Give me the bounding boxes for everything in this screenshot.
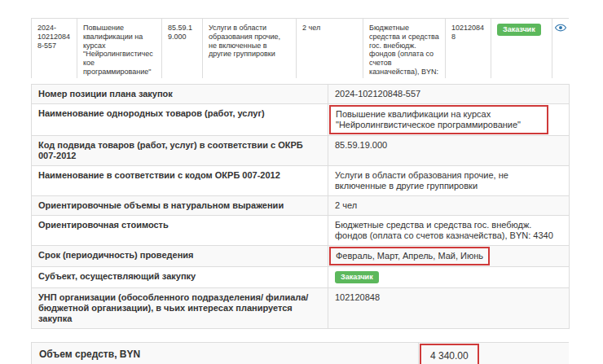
table-row: Наименование однородных товаров (работ, … [32,103,570,135]
eye-icon[interactable] [555,24,566,32]
summary-row: Объем средств, BYN 4 340.00 [32,342,570,364]
table-row: Субъект, осуществляющий закупку Заказчик [32,266,570,287]
table-row: Срок (периодичность) проведения Февраль,… [32,245,570,266]
cost-cell: Бюджетные средства и средства гос. внебю… [363,19,446,79]
detail-value: Бюджетные средства и средства гос. внебю… [328,215,570,245]
unp-cell: 102120848 [446,19,491,79]
table-row: Наименование в соответствии с кодом ОКРБ… [32,165,570,195]
funds-total-label: Объем средств, BYN [32,342,419,364]
table-row: Код подвида товаров (работ, услуг) в соо… [32,135,570,165]
detail-label: УНП организации (обособленного подраздел… [32,287,328,328]
okrb-code-cell: 85.59.19.000 [162,19,203,79]
detail-label: Наименование в соответствии с кодом ОКРБ… [32,165,328,195]
highlight-box: Февраль, Март, Апрель, Май, Июнь [329,247,490,265]
table-row: УНП организации (обособленного подраздел… [32,287,570,328]
highlight-box: Повышение квалификации на курсах "Нейрол… [329,105,548,134]
detail-value: 102120848 [328,287,570,328]
funds-total-value: 4 340.00 [419,342,570,364]
detail-value: Февраль, Март, Апрель, Май, Июнь [328,245,570,266]
detail-value: 2024-102120848-557 [328,85,570,104]
funds-summary-table: Объем средств, BYN 4 340.00 [31,342,569,364]
detail-label: Ориентировочные объемы в натуральном выр… [32,195,328,215]
detail-label: Субъект, осуществляющий закупку [32,266,328,287]
detail-label: Код подвида товаров (работ, услуг) в соо… [32,135,328,165]
table-row: Номер позиции плана закупок 2024-1021208… [32,85,570,104]
table-row: Ориентировочная стоимость Бюджетные сред… [32,215,570,245]
position-details-table: Номер позиции плана закупок 2024-1021208… [31,84,570,329]
okrb-name-cell: Услуги в области образования прочие, не … [203,19,297,79]
customer-badge: Заказчик [335,271,379,283]
table-row: Ориентировочные объемы в натуральном выр… [32,195,570,215]
plan-positions-table: 2024-102120848-557 Повышение квалификаци… [31,18,569,78]
detail-value: Повышение квалификации на курсах "Нейрол… [328,103,570,135]
detail-label: Ориентировочная стоимость [32,215,328,245]
highlight-box: 4 340.00 [420,344,479,364]
procurement-plan-position-page: 2024-102120848-557 Повышение квалификаци… [31,18,569,364]
volume-cell: 2 чел [297,19,363,79]
position-number-cell: 2024-102120848-557 [32,19,77,79]
funds-summary-clip: Объем средств, BYN 4 340.00 [31,342,569,364]
plan-positions-table-clip: 2024-102120848-557 Повышение квалификаци… [31,18,569,78]
subject-cell: Заказчик [491,19,552,79]
detail-value: Услуги в области образования прочие, не … [328,165,570,195]
view-cell [552,19,570,79]
detail-value: Заказчик [328,266,570,287]
detail-value: 2 чел [328,195,570,215]
detail-label: Номер позиции плана закупок [32,85,328,104]
detail-label: Срок (периодичность) проведения [32,245,328,266]
detail-label: Наименование однородных товаров (работ, … [32,103,328,135]
detail-value: 85.59.19.000 [328,135,570,165]
goods-name-cell: Повышение квалификации на курсах "Нейрол… [77,19,162,79]
plan-position-row: 2024-102120848-557 Повышение квалификаци… [32,19,570,79]
customer-badge: Заказчик [497,24,541,36]
